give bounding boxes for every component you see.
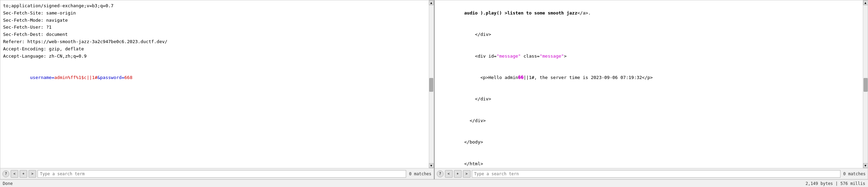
cred-username-key: username= <box>30 75 54 80</box>
cred-password-key: &password= <box>97 75 124 80</box>
right-line-1: audio ).play() >listen to some smooth ja… <box>437 2 860 24</box>
right-panel: audio ).play() >listen to some smooth ja… <box>434 0 868 179</box>
right-scroll-down[interactable]: ▼ <box>863 163 868 168</box>
right-panel-content: audio ).play() >listen to some smooth ja… <box>435 0 863 168</box>
right-panel-scroll-area: audio ).play() >listen to some smooth ja… <box>435 0 868 168</box>
line-7: Accept-Encoding: gzip, deflate <box>3 46 426 53</box>
line-4: Sec-Fetch-User: ?1 <box>3 24 426 31</box>
right-line-7: </body> <box>437 131 860 153</box>
left-scroll-down[interactable]: ▼ <box>429 163 434 168</box>
cred-username-val: admin%ff%1$c||1# <box>54 75 97 80</box>
right-line-5: </div> <box>437 89 860 110</box>
right-line-3: <div id="message" class="message"> <box>437 46 860 67</box>
left-prev-button[interactable]: < <box>11 170 18 178</box>
right-prev-button[interactable]: < <box>445 170 453 178</box>
left-match-count: 0 matches <box>409 171 431 176</box>
left-help-button[interactable]: ? <box>2 170 9 177</box>
right-search-bar: ? < + > 0 matches <box>435 168 868 179</box>
status-bar: Done 2,149 bytes | 576 millis <box>0 179 868 187</box>
right-help-button[interactable]: ? <box>437 170 444 177</box>
listen-text: listen to some smooth jazz <box>507 10 578 16</box>
line-8: Accept-Language: zh-CN,zh;q=0.9 <box>3 53 426 60</box>
right-line-2: </div> <box>437 24 860 45</box>
left-search-bar: ? < + > 0 matches <box>0 168 434 179</box>
left-scroll-up[interactable]: ▲ <box>429 0 434 5</box>
line-blank <box>3 60 426 67</box>
line-credentials: username=admin%ff%1$c||1#&password=668 <box>3 67 426 88</box>
right-next-button[interactable]: > <box>463 170 470 178</box>
status-done: Done <box>3 181 13 186</box>
line-5: Sec-Fetch-Dest: document <box>3 31 426 38</box>
line-3: Sec-Fetch-Mode: navigate <box>3 17 426 24</box>
audio-play: audio ).play() > <box>464 10 507 16</box>
status-info: 2,149 bytes | 576 millis <box>806 181 865 186</box>
close-a: </a>. <box>578 10 591 16</box>
main-container: to;application/signed-exchange;v=b3;q=0.… <box>0 0 868 179</box>
left-scroll-thumb[interactable] <box>429 78 433 92</box>
line-6: Referer: https://web-smooth-jazz-3a2c947… <box>3 38 426 46</box>
right-search-input[interactable] <box>472 170 840 178</box>
right-line-6: </div> <box>437 110 860 131</box>
right-line-4: <p>Hello admin��||1#, the server time is… <box>437 67 860 88</box>
left-panel-scroll-area: to;application/signed-exchange;v=b3;q=0.… <box>0 0 434 168</box>
line-1: to;application/signed-exchange;v=b3;q=0.… <box>3 2 426 10</box>
line-2: Sec-Fetch-Site: same-origin <box>3 10 426 17</box>
cred-password-val: 668 <box>124 75 132 80</box>
right-scroll-thumb[interactable] <box>864 78 868 92</box>
left-add-button[interactable]: + <box>20 170 27 178</box>
left-scrollbar[interactable]: ▲ ▼ <box>429 0 434 168</box>
right-match-count: 0 matches <box>843 171 866 176</box>
right-scrollbar[interactable]: ▲ ▼ <box>863 0 868 168</box>
right-add-button[interactable]: + <box>454 170 462 178</box>
right-scroll-up[interactable]: ▲ <box>863 0 868 5</box>
left-panel: to;application/signed-exchange;v=b3;q=0.… <box>0 0 434 179</box>
left-next-button[interactable]: > <box>29 170 36 178</box>
left-search-input[interactable] <box>38 170 406 178</box>
right-line-8: </html> <box>437 153 860 168</box>
left-panel-content: to;application/signed-exchange;v=b3;q=0.… <box>0 0 429 168</box>
